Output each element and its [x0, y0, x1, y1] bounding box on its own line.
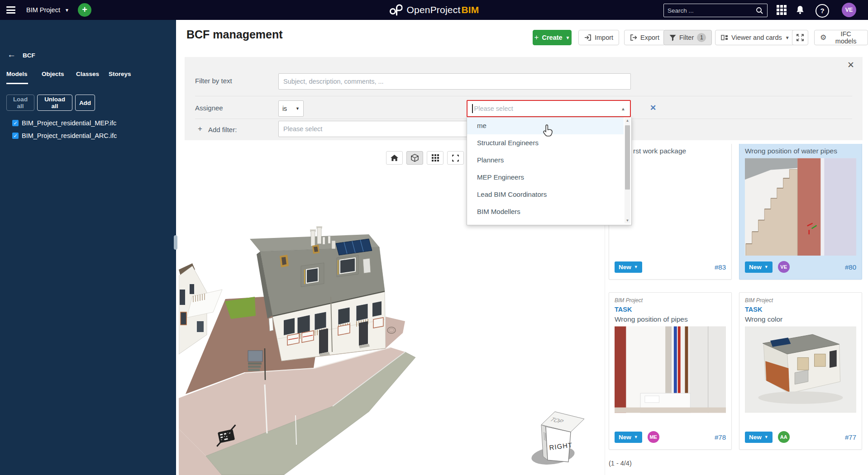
status-button[interactable]: New▼ [615, 432, 642, 443]
chevron-down-icon: ▼ [764, 435, 768, 439]
export-button[interactable]: Export [624, 30, 665, 45]
scrollbar-thumb[interactable] [625, 125, 630, 190]
create-button[interactable]: + Create ▼ [533, 30, 572, 45]
card-type: TASK [745, 304, 856, 314]
model-file-name: BIM_Project_residential_ARC.ifc [22, 132, 117, 139]
card-title: Wrong color [745, 314, 856, 324]
option-structural-engineers[interactable]: Structural Engineers [467, 134, 624, 152]
hamburger-menu-icon[interactable] [6, 6, 15, 14]
work-package-cards-pane: rst work package New▼ #83 Wrong position… [605, 144, 866, 475]
status-button[interactable]: New▼ [745, 432, 773, 443]
sidebar-resize-handle[interactable] [174, 235, 177, 250]
work-package-id[interactable]: #78 [715, 433, 726, 441]
gear-icon: ⚙ [820, 34, 826, 41]
card-thumbnail-staircase [745, 158, 856, 256]
chevron-down-icon: ▼ [566, 35, 570, 40]
assignee-avatar: VE [778, 261, 790, 273]
viewer-3d-mode-button[interactable] [406, 151, 423, 165]
close-filter-panel-icon[interactable]: ✕ [847, 60, 854, 70]
apps-grid-icon[interactable] [775, 0, 788, 20]
search-input[interactable] [664, 7, 754, 14]
bcf-sidebar: ← BCF Models Objects Classes Storeys Loa… [0, 20, 176, 475]
work-package-card[interactable]: Wrong position of water pipes Ne [739, 144, 862, 280]
fullscreen-button[interactable] [792, 30, 808, 45]
filter-by-text-label: Filter by text [195, 77, 232, 85]
notifications-bell-icon[interactable] [793, 0, 807, 20]
divider [195, 96, 852, 96]
card-title: Wrong position of water pipes [745, 146, 856, 156]
scroll-up-icon[interactable]: ▲ [625, 118, 630, 124]
add-filter-label: Add filter: [208, 126, 237, 133]
openproject-logo-icon [389, 4, 402, 16]
checkbox-checked-icon[interactable]: ✓ [12, 133, 19, 139]
viewer-fullscreen-button[interactable] [447, 151, 464, 165]
load-all-button[interactable]: Load all [6, 95, 34, 111]
global-search [663, 4, 768, 17]
work-package-id[interactable]: #83 [715, 263, 726, 271]
import-button[interactable]: Import [578, 30, 619, 45]
model-file-name: BIM_Project_residential_MEP.ifc [22, 119, 116, 127]
viewer-cards-icon [721, 34, 728, 41]
scroll-down-icon[interactable]: ▼ [625, 218, 630, 223]
fullscreen-icon [796, 34, 804, 41]
assignee-filter-label: Assignee [195, 104, 223, 112]
logo-wordmark: OpenProjectBIM [406, 5, 479, 15]
tab-models[interactable]: Models [6, 71, 28, 77]
import-icon [584, 34, 591, 41]
assignee-value-input[interactable]: Please select ▲ [467, 100, 631, 117]
tab-classes[interactable]: Classes [76, 71, 99, 77]
chevron-down-icon: ▼ [65, 8, 69, 13]
status-button[interactable]: New▼ [745, 261, 773, 273]
add-model-button[interactable]: Add [75, 95, 95, 111]
chevron-down-icon: ▼ [634, 435, 638, 439]
funnel-icon [669, 34, 676, 41]
option-me[interactable]: me [467, 117, 624, 134]
work-package-id[interactable]: #77 [845, 433, 856, 441]
assignee-placeholder: Please select [474, 105, 513, 112]
option-planners[interactable]: Planners [467, 152, 624, 169]
ifc-models-button[interactable]: ⚙ IFC models [814, 30, 868, 45]
status-button[interactable]: New▼ [615, 261, 642, 273]
expand-corners-icon [452, 155, 459, 162]
user-avatar[interactable]: VE [842, 3, 856, 17]
card-thumbnail-house [745, 326, 856, 426]
filter-button[interactable]: Filter 1 [663, 30, 712, 45]
work-package-id[interactable]: #80 [845, 263, 856, 271]
filter-text-input[interactable] [278, 73, 631, 90]
sidebar-title: BCF [23, 52, 35, 59]
project-selector-label: BIM Project [26, 6, 60, 14]
assignee-avatar: ME [648, 431, 659, 443]
viewer-grid-view-button[interactable] [427, 151, 444, 165]
back-arrow-icon[interactable]: ← [7, 50, 16, 60]
project-selector[interactable]: BIM Project ▼ [26, 0, 69, 20]
pagination-info: (1 - 4/4) [609, 460, 632, 467]
viewer-and-cards-dropdown[interactable]: Viewer and cards ▼ [715, 30, 796, 45]
app-logo: OpenProjectBIM [389, 0, 479, 20]
work-package-card[interactable]: BIM Project TASK Wrong position of pipes [609, 292, 732, 450]
option-lead-bim-coordinators[interactable]: Lead BIM Coordinators [467, 186, 624, 203]
cube-icon [411, 154, 419, 162]
viewer-navigation-cube[interactable]: TOP RIGHT [529, 405, 595, 470]
card-title: Wrong position of pipes [615, 314, 726, 324]
remove-filter-icon[interactable]: ✕ [650, 103, 656, 113]
chevron-down-icon: ▼ [764, 265, 768, 269]
tab-objects[interactable]: Objects [42, 71, 64, 77]
work-package-card[interactable]: BIM Project TASK Wrong color [739, 292, 862, 450]
tab-storeys[interactable]: Storeys [109, 71, 131, 77]
ifc-3d-model-view [179, 216, 536, 475]
option-mep-engineers[interactable]: MEP Engineers [467, 169, 624, 186]
help-icon[interactable]: ? [816, 4, 829, 18]
home-icon [391, 155, 398, 162]
model-file-row[interactable]: ✓ BIM_Project_residential_ARC.ifc [12, 132, 117, 140]
chevron-up-icon: ▲ [621, 106, 625, 111]
unload-all-button[interactable]: Unload all [37, 95, 72, 111]
global-add-button[interactable]: + [78, 3, 91, 17]
dropdown-scrollbar[interactable]: ▲ ▼ [625, 118, 630, 223]
assignee-avatar: AA [778, 431, 790, 443]
model-file-row[interactable]: ✓ BIM_Project_residential_MEP.ifc [12, 119, 116, 127]
checkbox-checked-icon[interactable]: ✓ [12, 120, 19, 126]
viewer-home-button[interactable] [386, 151, 403, 165]
chevron-down-icon: ▼ [634, 265, 638, 269]
option-bim-modellers[interactable]: BIM Modellers [467, 203, 624, 220]
assignee-operator-select[interactable]: is ▼ [278, 100, 304, 117]
